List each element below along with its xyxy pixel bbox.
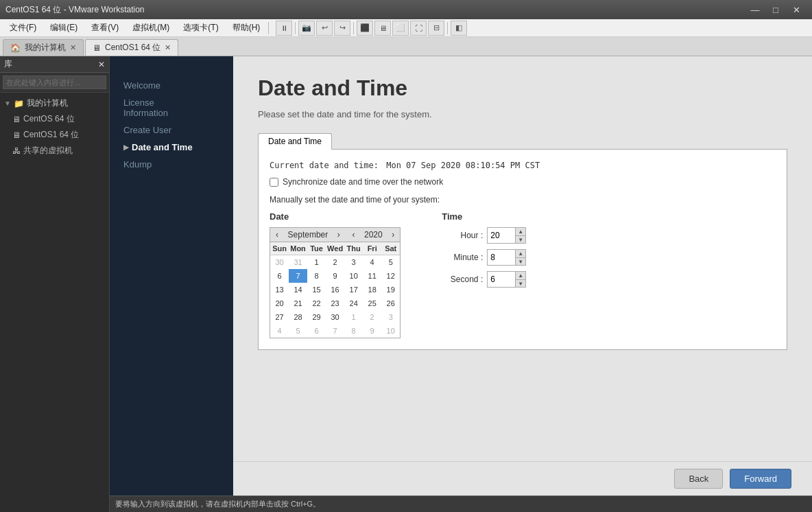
prev-month-btn[interactable]: ‹ [273, 229, 281, 240]
toolbar-fullscreen-btn[interactable]: ⛶ [410, 21, 427, 36]
cal-day-22[interactable]: 22 [307, 296, 326, 310]
second-up-btn[interactable]: ▲ [516, 272, 525, 279]
cal-day-3-next[interactable]: 3 [381, 310, 400, 324]
back-button[interactable]: Back [674, 469, 723, 489]
cal-day-10-next[interactable]: 10 [381, 324, 400, 338]
cal-day-8-next[interactable]: 8 [344, 324, 363, 338]
cal-day-21[interactable]: 21 [289, 296, 307, 310]
cal-day-12[interactable]: 12 [381, 269, 400, 283]
cal-day-15[interactable]: 15 [307, 283, 326, 296]
toolbar-unity-btn[interactable]: ◧ [451, 21, 467, 36]
cal-day-13[interactable]: 13 [270, 283, 289, 296]
minute-up-btn[interactable]: ▲ [516, 250, 525, 257]
cal-day-25[interactable]: 25 [363, 296, 381, 310]
cal-day-30-prev[interactable]: 30 [270, 255, 289, 269]
cal-day-20[interactable]: 20 [270, 296, 289, 310]
sidebar-search-container [0, 73, 109, 93]
forward-button[interactable]: Forward [730, 469, 791, 489]
cal-day-1[interactable]: 1 [307, 255, 326, 269]
cal-day-4-next[interactable]: 4 [270, 324, 289, 338]
toolbar-clone-btn[interactable]: ⬜ [392, 21, 409, 36]
cal-day-2-next[interactable]: 2 [363, 310, 381, 324]
cal-day-9[interactable]: 9 [326, 269, 344, 283]
sync-checkbox[interactable] [270, 178, 278, 187]
hour-input[interactable] [488, 228, 515, 243]
nav-license-sub: Information [123, 108, 168, 118]
cal-day-4[interactable]: 4 [363, 255, 381, 269]
cal-day-29[interactable]: 29 [307, 310, 326, 324]
cal-day-31-prev[interactable]: 31 [289, 255, 307, 269]
toolbar-snapshot2-btn[interactable]: ↪ [334, 21, 350, 36]
cal-day-17[interactable]: 17 [344, 283, 363, 296]
nav-kdump[interactable]: Kdump [110, 156, 233, 173]
next-year-btn[interactable]: › [389, 229, 397, 240]
nav-date-time[interactable]: Date and Time [110, 139, 233, 156]
toolbar-fit-btn[interactable]: ⬛ [357, 21, 373, 36]
cal-day-2[interactable]: 2 [326, 255, 344, 269]
toolbar-snapshot-btn[interactable]: 📷 [298, 21, 315, 36]
cal-day-24[interactable]: 24 [344, 296, 363, 310]
cal-day-3[interactable]: 3 [344, 255, 363, 269]
sidebar-search-input[interactable] [3, 75, 106, 89]
hour-down-btn[interactable]: ▼ [516, 235, 525, 243]
nav-license[interactable]: License Information [110, 94, 233, 121]
sidebar-centos1-64-label: CentOS1 64 位 [23, 129, 79, 141]
cal-day-5[interactable]: 5 [381, 255, 400, 269]
cal-day-9-next[interactable]: 9 [363, 324, 381, 338]
tab-centos-close[interactable]: ✕ [165, 43, 171, 52]
sidebar-item-centos64[interactable]: 🖥 CentOS 64 位 [0, 111, 109, 127]
menu-view[interactable]: 查看(V) [84, 21, 126, 35]
tab-centos[interactable]: 🖥 CentOS1 64 位 ✕ [85, 39, 178, 56]
toolbar-pause-btn[interactable]: ⏸ [276, 21, 292, 36]
next-month-btn[interactable]: › [335, 229, 343, 240]
cal-day-27[interactable]: 27 [270, 310, 289, 324]
cal-day-11[interactable]: 11 [363, 269, 381, 283]
cal-day-14[interactable]: 14 [289, 283, 307, 296]
second-down-btn[interactable]: ▼ [516, 279, 525, 287]
minute-input[interactable] [488, 250, 515, 265]
menu-edit[interactable]: 编辑(E) [43, 21, 84, 35]
tab-my-computer[interactable]: 🏠 我的计算机 ✕ [3, 39, 84, 56]
menu-help[interactable]: 帮助(H) [226, 21, 267, 35]
cal-day-8[interactable]: 8 [307, 269, 326, 283]
close-button[interactable]: ✕ [786, 0, 807, 19]
nav-welcome[interactable]: Welcome [110, 77, 233, 94]
cal-day-5-next[interactable]: 5 [289, 324, 307, 338]
minute-down-btn[interactable]: ▼ [516, 257, 525, 265]
nav-create-user[interactable]: Create User [110, 121, 233, 139]
cal-day-7-next[interactable]: 7 [326, 324, 344, 338]
cal-day-16[interactable]: 16 [326, 283, 344, 296]
cal-day-19[interactable]: 19 [381, 283, 400, 296]
menu-tab[interactable]: 选项卡(T) [176, 21, 225, 35]
toolbar-monitor-btn[interactable]: 🖥 [374, 21, 391, 36]
second-row: Second : ▲ ▼ [442, 271, 526, 288]
cal-day-7[interactable]: 7 [289, 269, 307, 283]
menu-vm[interactable]: 虚拟机(M) [126, 21, 176, 35]
cal-day-28[interactable]: 28 [289, 310, 307, 324]
maximize-button[interactable]: □ [765, 0, 786, 19]
cal-day-10[interactable]: 10 [344, 269, 363, 283]
cal-day-18[interactable]: 18 [363, 283, 381, 296]
vm-icon2: 🖥 [12, 130, 21, 140]
second-input[interactable] [488, 272, 515, 287]
sidebar-item-my-computer[interactable]: ▼ 📁 我的计算机 [0, 95, 109, 111]
cal-day-6-next[interactable]: 6 [307, 324, 326, 338]
cal-day-23[interactable]: 23 [326, 296, 344, 310]
toolbar-stretch-btn[interactable]: ⊟ [428, 21, 444, 36]
sidebar-item-centos1-64[interactable]: 🖥 CentOS1 64 位 [0, 127, 109, 143]
cal-day-30[interactable]: 30 [326, 310, 344, 324]
toolbar-restore-btn[interactable]: ↩ [316, 21, 333, 36]
hour-up-btn[interactable]: ▲ [516, 228, 525, 235]
minimize-button[interactable]: — [745, 0, 765, 19]
cal-day-6[interactable]: 6 [270, 269, 289, 283]
prev-year-btn[interactable]: ‹ [349, 229, 357, 240]
tab-my-computer-close[interactable]: ✕ [70, 43, 76, 52]
sidebar-item-shared-vms[interactable]: 🖧 共享的虚拟机 [0, 143, 109, 159]
menu-file[interactable]: 文件(F) [3, 21, 43, 35]
tab-date-time[interactable]: Date and Time [258, 133, 332, 150]
date-time-row: Date ‹ September › ‹ [270, 211, 776, 338]
cal-day-26[interactable]: 26 [381, 296, 400, 310]
sidebar-close-icon[interactable]: ✕ [98, 60, 105, 69]
cal-day-1-next[interactable]: 1 [344, 310, 363, 324]
second-input-wrap: ▲ ▼ [487, 271, 526, 288]
